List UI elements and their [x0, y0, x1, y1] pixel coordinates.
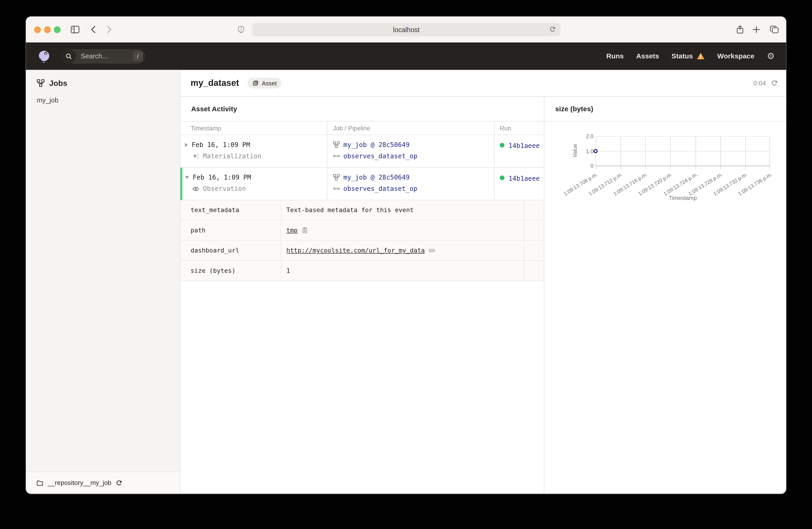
gridline	[769, 136, 770, 170]
share-icon[interactable]	[736, 25, 744, 34]
chart-plot: 2.0 1.0 0 Value 1:09:13.708 p.m. 1:09:13…	[596, 136, 770, 166]
browser-window: localhost	[26, 17, 786, 494]
url-text: localhost	[393, 26, 420, 33]
path-link[interactable]: tmp	[286, 227, 298, 234]
metadata-row: size (bytes) 1	[180, 261, 543, 281]
job-link[interactable]: my_job @ 28c50649	[344, 141, 410, 149]
size-bytes-chart-panel: size (bytes)	[544, 97, 786, 494]
y-axis-title: Value	[572, 144, 578, 157]
collapse-caret-icon[interactable]	[185, 176, 189, 179]
search-placeholder: Search...	[81, 52, 133, 60]
op-link[interactable]: observes_dataset_op	[344, 185, 418, 193]
jobs-icon	[37, 79, 45, 87]
op-link[interactable]: observes_dataset_op	[344, 152, 418, 160]
repository-name: __repository__my_job	[47, 480, 111, 486]
x-axis-line	[596, 166, 770, 166]
dashboard-url-link[interactable]: http://mycoolsite.com/url_for_my_data	[286, 247, 425, 254]
activity-row-materialization[interactable]: Feb 16, 1:09 PM	[180, 135, 543, 167]
close-window-button[interactable]	[34, 26, 41, 33]
chart-title: size (bytes)	[544, 97, 786, 122]
asset-title-bar: my_dataset Asse	[180, 70, 786, 97]
refresh-icon[interactable]	[771, 79, 778, 87]
asset-tag-label: Asset	[262, 80, 277, 86]
metadata-row: dashboard_url http://mycoolsite.com/url_…	[180, 241, 543, 261]
run-success-dot	[500, 175, 504, 180]
job-link[interactable]: my_job @ 28c50649	[344, 173, 410, 181]
col-run: Run	[494, 122, 543, 135]
metadata-row: text_metadata Text-based metadata for th…	[180, 200, 543, 220]
back-icon[interactable]	[90, 25, 96, 34]
refresh-timer: 0:04	[753, 79, 778, 87]
gridline	[646, 136, 646, 170]
search-shortcut-badge: /	[133, 51, 142, 61]
jobs-section-title: Jobs	[49, 79, 68, 87]
gridline	[670, 136, 671, 170]
nav-runs[interactable]: Runs	[606, 52, 624, 60]
refresh-countdown: 0:04	[753, 79, 766, 87]
gridline	[720, 136, 721, 170]
chart-point[interactable]	[594, 149, 598, 153]
screen: localhost	[0, 0, 812, 529]
event-type-label: Observation	[203, 185, 246, 193]
event-timestamp: Feb 16, 1:09 PM	[192, 141, 250, 149]
reload-icon[interactable]	[549, 26, 556, 33]
nav-status[interactable]: Status	[671, 52, 705, 60]
search-icon	[62, 49, 76, 63]
observation-eye-icon	[192, 185, 199, 192]
job-icon	[333, 174, 340, 180]
y-tick-label: 0	[573, 162, 594, 169]
left-sidebar: Jobs my_job __repository__my_job	[26, 70, 180, 494]
forward-icon[interactable]	[106, 25, 112, 34]
expand-caret-icon[interactable]	[185, 143, 188, 147]
jobs-section-header: Jobs	[26, 70, 180, 87]
search-input[interactable]: Search... /	[62, 49, 145, 63]
activity-row-observation[interactable]: Feb 16, 1:09 PM Observ	[180, 168, 543, 200]
address-bar[interactable]: localhost	[252, 23, 560, 36]
event-type-label: Materialization	[203, 152, 261, 160]
op-icon	[333, 153, 340, 160]
event-metadata-table: text_metadata Text-based metadata for th…	[180, 200, 543, 281]
app-header: Search... / Runs Assets Status Wo	[26, 43, 786, 70]
run-id-link[interactable]: 14b1aeee	[509, 142, 540, 150]
external-link-icon[interactable]	[429, 247, 436, 254]
asset-tag-icon	[252, 79, 259, 86]
metadata-row: path tmp	[180, 220, 543, 240]
col-timestamp: Timestamp	[180, 122, 327, 135]
warning-triangle-icon	[697, 52, 705, 60]
folder-icon	[36, 480, 43, 486]
new-tab-icon[interactable]	[752, 26, 760, 33]
zoom-window-button[interactable]	[54, 26, 60, 33]
top-nav: Runs Assets Status Workspace ⚙	[606, 52, 775, 60]
copy-path-icon[interactable]	[301, 227, 308, 234]
metadata-value: 1	[286, 267, 290, 274]
x-axis-title: Timestamp	[596, 194, 770, 201]
gridline	[596, 151, 770, 151]
asset-tag: Asset	[247, 77, 281, 88]
privacy-shield-icon[interactable]	[238, 25, 244, 34]
gridline	[596, 136, 770, 137]
browser-toolbar: localhost	[26, 17, 786, 43]
sidebar-toggle-icon[interactable]	[70, 25, 80, 34]
run-id-link[interactable]: 14b1aeee	[509, 175, 540, 182]
asset-activity-panel: Asset Activity Timestamp Job / Pipeline …	[180, 97, 543, 494]
run-success-dot	[500, 143, 504, 147]
repository-footer: __repository__my_job	[26, 472, 180, 494]
op-icon	[333, 185, 340, 192]
y-tick-label: 2.0	[573, 133, 594, 139]
event-timestamp: Feb 16, 1:09 PM	[193, 173, 251, 181]
tab-overview-icon[interactable]	[769, 25, 779, 34]
page-title: my_dataset	[190, 78, 239, 88]
job-icon	[333, 141, 340, 148]
nav-assets[interactable]: Assets	[636, 52, 659, 60]
gridline	[621, 136, 621, 170]
nav-workspace[interactable]: Workspace	[717, 52, 754, 60]
gear-icon[interactable]: ⚙	[767, 52, 775, 60]
repository-reload-icon[interactable]	[115, 480, 122, 486]
col-job-pipeline: Job / Pipeline	[327, 122, 494, 135]
dagster-logo[interactable]	[37, 49, 50, 63]
materialization-icon	[192, 152, 199, 160]
sidebar-item-my-job[interactable]: my_job	[26, 96, 180, 104]
asset-activity-heading: Asset Activity	[180, 97, 543, 121]
gridline	[695, 136, 696, 170]
minimize-window-button[interactable]	[44, 26, 51, 33]
